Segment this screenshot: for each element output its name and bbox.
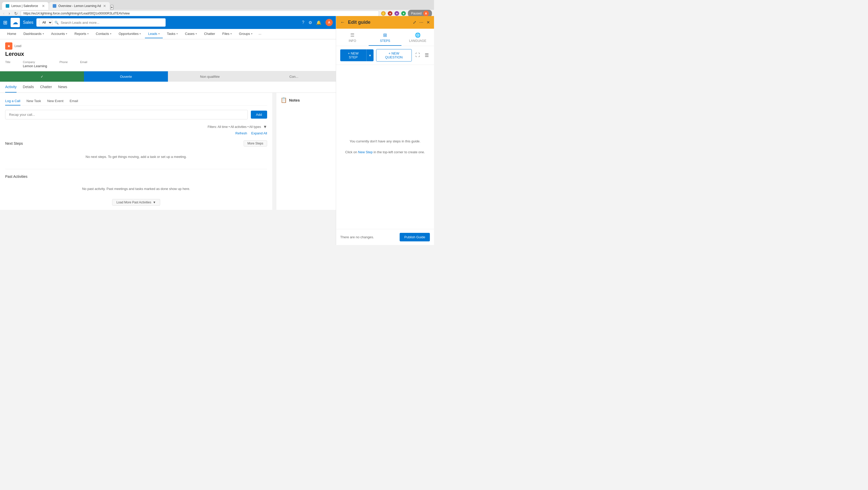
status-con: Con... (252, 71, 336, 82)
recap-box: Add (5, 110, 267, 119)
tab-chatter[interactable]: Chatter (40, 82, 52, 93)
next-steps-section-title: Next Steps More Steps (5, 140, 267, 147)
sf-logo: ☁ (10, 18, 20, 27)
tab-activity[interactable]: Activity (5, 82, 17, 93)
status-non-qualifiee-label: Non qualifiée (200, 75, 220, 79)
edit-guide-footer: There are no changes. Publish Guide (336, 229, 434, 245)
load-more-button[interactable]: Load More Past Activities ▼ (112, 199, 160, 206)
options-icon[interactable]: ⋯ (419, 20, 424, 25)
past-activities-label: Past Activities (5, 175, 27, 179)
back-button[interactable]: ‹ (2, 10, 5, 16)
sf-search-bar[interactable]: All 🔍 (36, 18, 165, 27)
nav-files[interactable]: Files ▾ (219, 30, 235, 38)
notes-panel: 📋 Notes (276, 93, 336, 110)
browser-icon-3[interactable]: ● (401, 11, 406, 16)
fullscreen-icon[interactable]: ⤢ (413, 20, 416, 25)
nav-cases[interactable]: Cases ▾ (182, 30, 200, 38)
extensions-icon[interactable]: ⭐ (381, 11, 386, 16)
publish-guide-button[interactable]: Publish Guide (400, 233, 430, 241)
status-ouverte-label: Ouverte (120, 75, 132, 79)
filter-row: Filters: All time • All activities • All… (5, 125, 267, 129)
tab-favicon-1 (6, 4, 9, 8)
nav-groups[interactable]: Groups ▾ (236, 30, 255, 38)
new-question-button[interactable]: + NEW QUESTION (376, 49, 412, 62)
reload-button[interactable]: ↻ (13, 10, 19, 17)
check-mark: ✓ (40, 75, 43, 79)
edit-guide-body: You currently don't have any steps in th… (336, 65, 434, 229)
lead-email-field: Email (80, 60, 87, 68)
company-value: Lemon Learning (23, 64, 47, 68)
bell-icon[interactable]: 🔔 (316, 20, 321, 25)
nav-leads[interactable]: Leads ▾ (145, 30, 162, 38)
nav-more[interactable]: ··· (256, 30, 264, 38)
subtab-new-task[interactable]: New Task (27, 97, 41, 105)
nav-chatter[interactable]: Chatter (201, 30, 218, 38)
empty-steps-message: You currently don't have any steps in th… (345, 139, 425, 155)
user-avatar[interactable]: A (326, 19, 333, 26)
past-activities-section-title: Past Activities (5, 175, 267, 179)
nav-home[interactable]: Home (4, 30, 20, 38)
browser-tab-1[interactable]: Leroux | Salesforce ✕ (2, 2, 49, 10)
status-non-qualifiee: Non qualifiée (168, 71, 252, 82)
edit-guide-tab-info[interactable]: ☰ INFO (336, 29, 369, 46)
new-step-button[interactable]: + NEW STEP (340, 49, 366, 61)
nav-accounts[interactable]: Accounts ▾ (48, 30, 70, 38)
app-grid-icon[interactable]: ⊞ (3, 20, 7, 26)
past-activities-empty: No past activity. Past meetings and task… (5, 182, 267, 196)
new-step-dropdown[interactable]: ▾ (366, 49, 374, 61)
add-button[interactable]: Add (251, 111, 267, 119)
main-content: Log a Call New Task New Event Email Add … (0, 93, 336, 210)
hierarchy-icon[interactable]: ⛶ (414, 52, 421, 59)
tab-details[interactable]: Details (23, 82, 34, 93)
edit-guide-tab-language[interactable]: 🌐 LANGUAGE (401, 29, 434, 46)
edit-guide-tab-steps[interactable]: ⊞ STEPS (369, 29, 401, 46)
edit-guide-toolbar: + NEW STEP ▾ + NEW QUESTION ⛶ ☰ (336, 46, 434, 65)
browser-icon-2[interactable]: ● (395, 11, 399, 16)
tab-news[interactable]: News (58, 82, 67, 93)
search-filter-select[interactable]: All (39, 20, 53, 25)
lead-title-field: Title (5, 60, 10, 68)
tab-favicon-2 (53, 4, 56, 8)
browser-tab-2[interactable]: Overview - Lemon Learning Ad ✕ (49, 2, 110, 10)
edit-guide-title: Edit guide (348, 20, 410, 25)
search-input[interactable] (61, 21, 163, 25)
nav-opportunities[interactable]: Opportunities ▾ (116, 30, 144, 38)
tab-close-1[interactable]: ✕ (42, 4, 45, 8)
left-panel: Log a Call New Task New Event Email Add … (0, 93, 272, 210)
app-wrapper: ⊞ ☁ Sales All 🔍 ? ⚙ 🔔 A Home Dashboar (0, 16, 434, 245)
filter-icon[interactable]: ▼ (263, 125, 267, 129)
close-icon[interactable]: ✕ (427, 20, 430, 25)
browser-icon-1[interactable]: ● (388, 11, 393, 16)
nav-dashboards[interactable]: Dashboards ▾ (21, 30, 47, 38)
forward-button[interactable]: › (7, 10, 11, 16)
nav-tasks[interactable]: Tasks ▾ (164, 30, 181, 38)
salesforce-main: ⊞ ☁ Sales All 🔍 ? ⚙ 🔔 A Home Dashboar (0, 16, 336, 245)
edit-guide-back-button[interactable]: ← (340, 20, 345, 25)
list-icon[interactable]: ☰ (424, 52, 430, 59)
language-tab-label: LANGUAGE (409, 39, 426, 43)
lead-type-icon: ★ (5, 42, 12, 50)
sf-header: ⊞ ☁ Sales All 🔍 ? ⚙ 🔔 A (0, 16, 336, 29)
recap-input[interactable] (5, 110, 248, 119)
sf-nav: Home Dashboards ▾ Accounts ▾ Reports ▾ C… (0, 29, 336, 39)
status-ouverte: Ouverte (84, 71, 168, 82)
search-icon: 🔍 (55, 21, 59, 25)
edit-guide-actions: ⤢ ⋯ ✕ (413, 20, 430, 25)
url-bar[interactable] (21, 10, 379, 16)
add-tab-button[interactable]: + (110, 5, 114, 10)
settings-icon[interactable]: ⚙ (308, 20, 312, 25)
next-steps-empty: No next steps. To get things moving, add… (5, 150, 267, 164)
empty-steps-line1: You currently don't have any steps in th… (349, 139, 420, 143)
subtab-log-call[interactable]: Log a Call (5, 97, 21, 105)
nav-reports[interactable]: Reports ▾ (71, 30, 92, 38)
subtab-email[interactable]: Email (70, 97, 78, 105)
subtab-new-event[interactable]: New Event (47, 97, 64, 105)
more-steps-button[interactable]: More Steps (244, 140, 267, 147)
refresh-link[interactable]: Refresh (235, 131, 247, 135)
help-icon[interactable]: ? (302, 20, 304, 25)
expand-all-link[interactable]: Expand All (251, 131, 267, 135)
tab-close-2[interactable]: ✕ (103, 4, 106, 8)
tab-title-2: Overview - Lemon Learning Ad (58, 4, 101, 8)
lead-fields: Title Company Lemon Learning Phone Email (5, 60, 331, 68)
nav-contacts[interactable]: Contacts ▾ (93, 30, 115, 38)
